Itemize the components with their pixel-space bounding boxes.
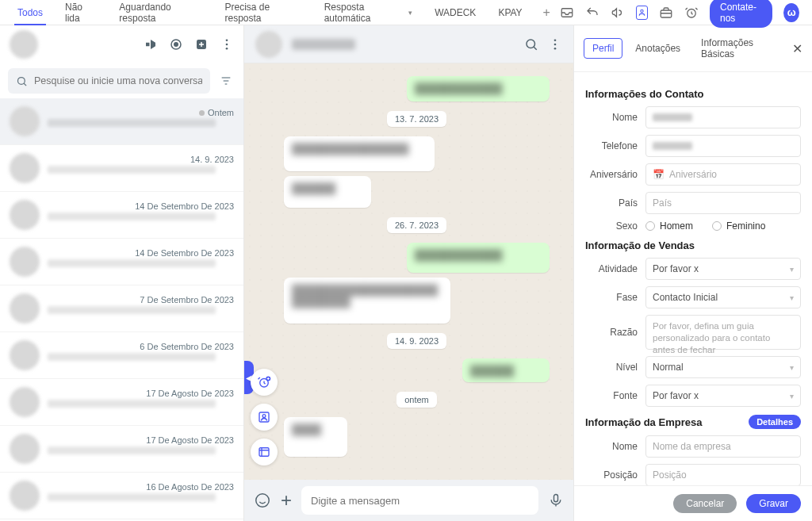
message-out[interactable]: ██████ — [462, 358, 550, 382]
message-out[interactable]: ████████████ — [407, 76, 550, 102]
search-input[interactable] — [28, 75, 202, 86]
field-razao[interactable]: Por favor, defina um guia personalizado … — [645, 315, 801, 350]
svg-point-1 — [641, 10, 643, 12]
toolbox-icon[interactable] — [659, 6, 673, 20]
chevron-down-icon: ▾ — [790, 293, 794, 302]
chat-list-item[interactable]: 14 De Setembro De 2023 — [0, 239, 243, 285]
conversation-more-icon[interactable] — [548, 37, 562, 52]
message-in[interactable]: ████████████████████████████ — [284, 278, 450, 324]
label-telefone: Telefone — [585, 140, 638, 151]
field-nome[interactable] — [645, 106, 801, 128]
contact-us-button[interactable]: Contate-nos — [710, 0, 772, 28]
tab-wadeck[interactable]: WADECK — [423, 0, 487, 25]
search-input-wrapper[interactable] — [8, 68, 210, 94]
schedule-button[interactable] — [251, 369, 278, 396]
chat-list-item[interactable]: Ontem — [0, 98, 243, 145]
compose-input-wrapper[interactable] — [301, 486, 538, 515]
filter-icon[interactable] — [216, 71, 236, 90]
chat-item-avatar — [10, 153, 40, 183]
field-empresa-nome[interactable]: Nome da empresa — [645, 435, 801, 458]
tab-todos[interactable]: Todos — [6, 0, 54, 25]
field-pais[interactable]: País — [645, 192, 801, 214]
contact-box-icon[interactable] — [636, 6, 648, 20]
svg-point-10 — [18, 77, 25, 84]
messages-scroll[interactable]: ████████████ 13. 7. 2023 ███████████████… — [244, 63, 573, 480]
cancel-button[interactable]: Cancelar — [673, 494, 737, 513]
radio-homem[interactable]: Homem — [645, 220, 693, 232]
tab-nao-lida[interactable]: Não lida — [54, 0, 108, 25]
status-dot-icon — [199, 110, 205, 116]
label-sexo: Sexo — [585, 220, 638, 232]
sidebar-tab-anotacoes[interactable]: Anotações — [627, 39, 688, 58]
details-sidebar: Perfil Anotações Informações Básicas ✕ I… — [574, 25, 812, 521]
template-message-button[interactable] — [251, 439, 278, 465]
radio-feminino[interactable]: Feminino — [712, 220, 765, 232]
reply-icon[interactable] — [585, 6, 599, 20]
message-in[interactable]: ██████ — [284, 176, 371, 208]
megaphone-icon[interactable] — [611, 6, 625, 20]
svg-point-11 — [527, 40, 535, 48]
status-ring-icon[interactable] — [169, 37, 183, 52]
attach-icon[interactable]: + — [281, 491, 292, 510]
more-menu-icon[interactable] — [220, 37, 234, 52]
close-sidebar-icon[interactable]: ✕ — [792, 41, 802, 56]
chat-list-item[interactable]: 16 De Agosto De 2023 — [0, 473, 243, 519]
message-in[interactable]: ████████████████ — [284, 136, 435, 171]
new-chat-icon[interactable] — [194, 37, 209, 52]
chat-item-time: 6 De Setembro De 2023 — [140, 342, 234, 351]
sidebar-tab-info-basicas[interactable]: Informações Básicas — [693, 33, 787, 63]
label-atividade: Atividade — [585, 263, 638, 274]
field-fonte[interactable]: Por favor x▾ — [645, 385, 801, 407]
chat-list-item[interactable]: 17 De Agosto De 2023 — [0, 426, 243, 473]
chat-item-avatar — [10, 387, 40, 417]
section-contact-title: Informações do Contato — [585, 88, 801, 100]
chat-item-preview — [48, 166, 216, 174]
field-posicao[interactable]: Posição — [645, 464, 801, 485]
tab-precisa[interactable]: Precisa de resposta — [213, 0, 312, 25]
sidebar-body[interactable]: Informações do Contato Nome Telefone Ani… — [574, 72, 812, 485]
label-pais: País — [585, 197, 638, 209]
svg-point-18 — [262, 415, 266, 418]
microphone-icon[interactable] — [548, 492, 564, 508]
current-user-avatar[interactable] — [10, 30, 38, 59]
details-pill-button[interactable]: Detalhes — [749, 415, 801, 429]
label-fonte: Fonte — [585, 390, 638, 401]
svg-point-12 — [554, 39, 557, 41]
field-aniversario[interactable]: 📅Aniversário — [645, 163, 801, 186]
contact-card-button[interactable] — [251, 404, 278, 431]
top-actions: Contate-nos ω — [560, 0, 806, 28]
chat-list-item[interactable]: 17 De Agosto De 2023 — [0, 379, 243, 426]
contact-avatar[interactable] — [255, 31, 282, 58]
inbox-arrow-icon[interactable] — [560, 6, 574, 20]
compose-input[interactable] — [311, 495, 529, 507]
field-atividade[interactable]: Por favor x▾ — [645, 258, 801, 280]
message-composer: + — [244, 480, 573, 521]
chat-list-item[interactable]: 7 De Setembro De 2023 — [0, 285, 243, 332]
label-posicao: Posição — [585, 469, 638, 481]
chat-item-avatar — [10, 293, 40, 324]
message-out[interactable]: ████████████ — [407, 243, 550, 273]
sidebar-tab-perfil[interactable]: Perfil — [584, 38, 622, 59]
svg-point-8 — [226, 44, 228, 46]
message-in[interactable]: ████ — [284, 417, 347, 457]
tab-resposta-auto[interactable]: Resposta automática▾ — [313, 0, 424, 25]
chat-item-avatar — [10, 434, 40, 464]
tab-aguardando[interactable]: Aguardando resposta — [108, 0, 213, 25]
alarm-clock-icon[interactable] — [684, 6, 699, 20]
save-button[interactable]: Gravar — [746, 494, 801, 513]
field-fase[interactable]: Contacto Inicial▾ — [645, 286, 801, 308]
conversation-search-icon[interactable] — [524, 37, 538, 52]
field-telefone[interactable] — [645, 135, 801, 157]
add-tab-button[interactable]: + — [534, 6, 560, 20]
broadcast-icon[interactable] — [144, 37, 158, 52]
field-nivel[interactable]: Normal▾ — [645, 356, 801, 378]
floating-tool-buttons — [251, 369, 278, 465]
chat-items-list[interactable]: Ontem14. 9. 202314 De Setembro De 202314… — [0, 98, 243, 521]
chat-list-item[interactable]: 14 De Setembro De 2023 — [0, 192, 243, 239]
label-razao: Razão — [585, 327, 638, 338]
tab-kpay[interactable]: KPAY — [487, 0, 533, 25]
chat-list-item[interactable]: 14. 9. 2023 — [0, 145, 243, 192]
chat-list-item[interactable]: 6 De Setembro De 2023 — [0, 332, 243, 379]
emoji-icon[interactable] — [254, 492, 271, 509]
brand-logo-button[interactable]: ω — [783, 3, 799, 22]
